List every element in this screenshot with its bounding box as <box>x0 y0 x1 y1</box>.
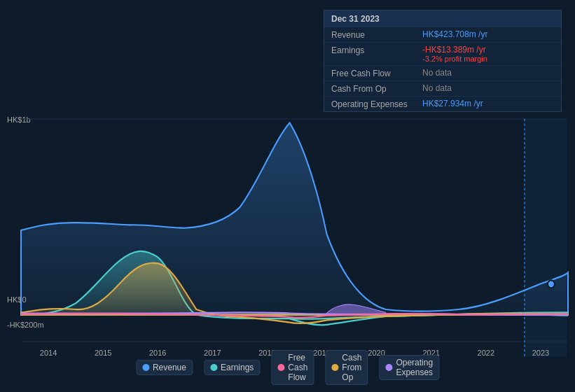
tooltip-header: Dec 31 2023 <box>324 10 561 27</box>
legend-dot-fcf <box>277 364 284 371</box>
tooltip-value-opex: HK$27.934m /yr <box>422 99 483 108</box>
tooltip-row-revenue: Revenue HK$423.708m /yr <box>324 27 561 43</box>
tooltip-label-revenue: Revenue <box>331 29 422 40</box>
legend-dot-revenue <box>142 364 149 371</box>
x-label-2015: 2015 <box>95 349 111 357</box>
tooltip-label-opex: Operating Expenses <box>331 99 422 109</box>
legend-dot-opex <box>385 364 392 371</box>
legend-label-fcf: Free Cash Flow <box>288 353 307 382</box>
legend-label-cfo: Cash From Op <box>342 353 361 382</box>
legend: Revenue Earnings Free Cash Flow Cash Fro… <box>136 350 439 385</box>
legend-item-revenue[interactable]: Revenue <box>136 360 193 375</box>
legend-item-fcf[interactable]: Free Cash Flow <box>271 350 314 385</box>
legend-label-opex: Operating Expenses <box>396 358 433 377</box>
tooltip-value-revenue: HK$423.708m /yr <box>422 29 487 39</box>
legend-item-earnings[interactable]: Earnings <box>204 360 260 375</box>
revenue-dot-2023 <box>548 280 555 288</box>
x-label-2022: 2022 <box>478 349 494 357</box>
chart-area <box>21 119 568 357</box>
tooltip-row-opex: Operating Expenses HK$27.934m /yr <box>324 97 561 111</box>
tooltip-value-fcf: No data <box>422 68 452 78</box>
chart-container: Dec 31 2023 Revenue HK$423.708m /yr Earn… <box>0 0 575 392</box>
tooltip-row-fcf: Free Cash Flow No data <box>324 66 561 81</box>
legend-dot-earnings <box>210 364 217 371</box>
tooltip-row-cfo: Cash From Op No data <box>324 81 561 97</box>
legend-label-revenue: Revenue <box>153 363 186 372</box>
highlight-region <box>525 119 567 357</box>
tooltip-label-fcf: Free Cash Flow <box>331 68 422 78</box>
tooltip-sub-earnings: -3.2% profit margin <box>422 55 487 63</box>
chart-svg <box>21 119 568 357</box>
x-label-2014: 2014 <box>40 349 57 357</box>
tooltip-label-cfo: Cash From Op <box>331 83 422 94</box>
x-label-2023: 2023 <box>532 349 549 357</box>
tooltip-box: Dec 31 2023 Revenue HK$423.708m /yr Earn… <box>324 10 562 112</box>
legend-label-earnings: Earnings <box>221 363 254 372</box>
tooltip-value-earnings: -HK$13.389m /yr-3.2% profit margin <box>422 45 487 63</box>
legend-item-opex[interactable]: Operating Expenses <box>379 355 439 380</box>
tooltip-label-earnings: Earnings <box>331 45 422 55</box>
tooltip-row-earnings: Earnings -HK$13.389m /yr-3.2% profit mar… <box>324 43 561 66</box>
tooltip-value-cfo: No data <box>422 83 452 93</box>
legend-dot-cfo <box>331 364 338 371</box>
legend-item-cfo[interactable]: Cash From Op <box>325 350 368 385</box>
